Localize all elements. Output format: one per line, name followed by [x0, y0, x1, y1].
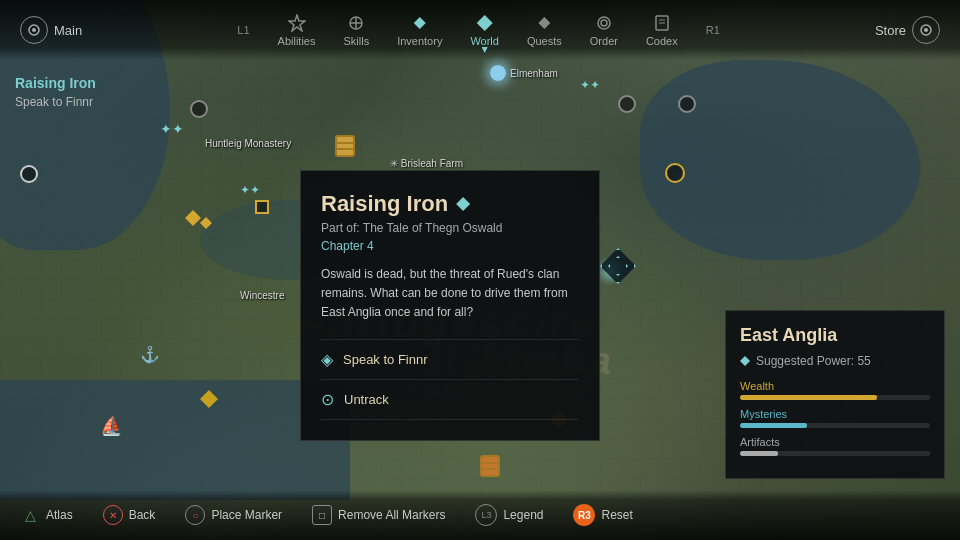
quest-action-untrack[interactable]: ⊙ Untrack [321, 379, 579, 420]
main-label: Main [54, 23, 82, 38]
title-diamond-icon [456, 197, 470, 211]
location-elmenham: Elmenham [510, 68, 558, 79]
l3-button[interactable]: L3 [475, 504, 497, 526]
nav-item-world[interactable]: World [460, 9, 509, 51]
codex-icon [652, 13, 672, 33]
bottom-action-atlas[interactable]: △ Atlas [20, 505, 73, 525]
marker-wealth-2[interactable] [200, 215, 212, 229]
bottom-action-reset[interactable]: R3 Reset [573, 504, 632, 526]
marker-circle-2[interactable] [190, 100, 208, 118]
left-quest-title: Raising Iron [15, 75, 96, 91]
wealth-label: Wealth [740, 380, 930, 392]
atlas-label: Atlas [46, 508, 73, 522]
marker-yellow-1[interactable] [200, 390, 218, 408]
top-nav: Main L1 Abilities Skills Inventory [0, 0, 960, 60]
nav-center: L1 Abilities Skills Inventory [82, 9, 875, 51]
stat-wealth: Wealth [740, 380, 930, 400]
svg-point-6 [598, 17, 610, 29]
marker-bird-2: ✦✦ [240, 180, 260, 198]
region-panel: East Anglia Suggested Power: 55 Wealth M… [725, 310, 945, 479]
nav-item-quests[interactable]: Quests [517, 9, 572, 51]
marker-wealth-1[interactable] [185, 210, 201, 226]
marker-square-1[interactable] [255, 200, 269, 214]
marker-circle-right-2[interactable] [665, 163, 685, 183]
marker-bird-1: ✦✦ [160, 120, 184, 138]
nav-skills-label: Skills [343, 35, 369, 47]
marker-circle-1[interactable] [20, 165, 38, 183]
nav-item-codex[interactable]: Codex [636, 9, 688, 51]
marker-barrel-bottom[interactable] [480, 455, 500, 477]
reset-label: Reset [601, 508, 632, 522]
marker-circle-right-1[interactable] [618, 95, 636, 113]
left-quest-sub: Speak to Finnr [15, 95, 96, 109]
main-icon [20, 16, 48, 44]
nav-quests-label: Quests [527, 35, 562, 47]
triangle-button[interactable]: △ [20, 505, 40, 525]
wealth-bar-fill [740, 395, 877, 400]
region-name: East Anglia [740, 325, 930, 346]
nav-item-skills[interactable]: Skills [333, 9, 379, 51]
quests-icon [534, 13, 554, 33]
quest-popup-part: Part of: The Tale of Thegn Oswald [321, 221, 579, 235]
artifacts-label: Artifacts [740, 436, 930, 448]
nav-main-section[interactable]: Main [20, 16, 82, 44]
bottom-action-remove-markers[interactable]: □ Remove All Markers [312, 505, 445, 525]
cross-button[interactable]: ✕ [103, 505, 123, 525]
inventory-icon [410, 13, 430, 33]
back-label: Back [129, 508, 156, 522]
bottom-action-legend[interactable]: L3 Legend [475, 504, 543, 526]
artifacts-bar-fill [740, 451, 778, 456]
mysteries-bar-bg [740, 423, 930, 428]
nav-order-label: Order [590, 35, 618, 47]
svg-point-7 [601, 20, 607, 26]
store-label: Store [875, 23, 906, 38]
quest-popup: Raising Iron Part of: The Tale of Thegn … [300, 170, 600, 441]
speak-icon: ◈ [321, 350, 333, 369]
circle-button[interactable]: ○ [185, 505, 205, 525]
region-power-row: Suggested Power: 55 [740, 354, 930, 368]
quest-popup-title: Raising Iron [321, 191, 579, 217]
water-south [0, 380, 350, 500]
nav-store-section[interactable]: Store [875, 16, 940, 44]
wealth-bar-bg [740, 395, 930, 400]
svg-point-1 [32, 28, 36, 32]
store-icon [912, 16, 940, 44]
nav-codex-label: Codex [646, 35, 678, 47]
quest-action-speak-label: Speak to Finnr [343, 352, 428, 367]
marker-anchor[interactable]: ⚓ [140, 345, 160, 364]
power-diamond-icon [740, 356, 750, 366]
bottom-bar: △ Atlas ✕ Back ○ Place Marker □ Remove A… [0, 490, 960, 540]
untrack-icon: ⊙ [321, 390, 334, 409]
bottom-action-back[interactable]: ✕ Back [103, 505, 156, 525]
stat-mysteries: Mysteries [740, 408, 930, 428]
marker-barrel[interactable] [335, 135, 355, 157]
square-button[interactable]: □ [312, 505, 332, 525]
location-huntleig: Huntleig Monastery [205, 138, 291, 149]
bottom-action-place-marker[interactable]: ○ Place Marker [185, 505, 282, 525]
mysteries-bar-fill [740, 423, 807, 428]
nav-item-order[interactable]: Order [580, 9, 628, 51]
location-brisleah: ✳ Brisleah Farm [390, 158, 463, 169]
nav-abilities-label: Abilities [278, 35, 316, 47]
nav-item-inventory[interactable]: Inventory [387, 9, 452, 51]
legend-label: Legend [503, 508, 543, 522]
r3-button[interactable]: R3 [573, 504, 595, 526]
quest-action-untrack-label: Untrack [344, 392, 389, 407]
remove-markers-label: Remove All Markers [338, 508, 445, 522]
marker-circle-top[interactable] [678, 95, 696, 113]
nav-item-l1[interactable]: L1 [227, 20, 259, 40]
stat-artifacts: Artifacts [740, 436, 930, 456]
quest-action-speak[interactable]: ◈ Speak to Finnr [321, 339, 579, 379]
marker-ship: ⛵ [100, 415, 122, 437]
world-icon [475, 13, 495, 33]
nav-r1-label: R1 [706, 24, 720, 36]
quest-popup-description: Oswald is dead, but the threat of Rued's… [321, 265, 579, 323]
svg-marker-2 [289, 15, 305, 31]
order-icon [594, 13, 614, 33]
marker-rune[interactable] [600, 248, 636, 284]
location-wincestre: Wincestre [240, 290, 284, 301]
left-quest-panel: Raising Iron Speak to Finnr [15, 75, 96, 109]
quest-popup-chapter: Chapter 4 [321, 239, 579, 253]
nav-item-abilities[interactable]: Abilities [268, 9, 326, 51]
nav-item-r1[interactable]: R1 [696, 20, 730, 40]
